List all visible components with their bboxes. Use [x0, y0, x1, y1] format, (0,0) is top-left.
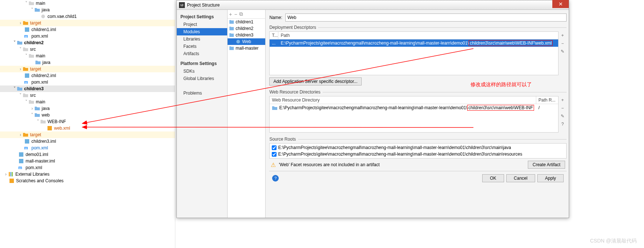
tree-row[interactable]: ˅main: [0, 53, 175, 59]
copy-icon[interactable]: ⧉: [239, 11, 243, 17]
ok-button[interactable]: OK: [482, 174, 504, 182]
maven-icon: m: [24, 80, 30, 85]
th-wrd[interactable]: Web Resource Directory: [270, 96, 536, 104]
tree-row[interactable]: children1.iml: [0, 26, 175, 33]
chevron-right-icon[interactable]: ›: [30, 106, 34, 111]
th-path[interactable]: Path: [278, 32, 558, 39]
sidebar-item-global-libraries[interactable]: Global Libraries: [177, 75, 227, 82]
chevron-right-icon[interactable]: ›: [4, 172, 8, 177]
tree-label: demo01.iml: [26, 152, 48, 157]
chevron-down-icon[interactable]: ˅: [18, 93, 23, 98]
module-item[interactable]: mall-master: [228, 45, 265, 51]
tree-row[interactable]: mpom.xml: [0, 145, 175, 151]
chevron-down-icon[interactable]: ˅: [12, 86, 17, 91]
tree-row[interactable]: ˅web: [0, 112, 175, 118]
tree-row[interactable]: children2.iml: [0, 72, 175, 79]
list-item[interactable]: E:\PycharmProjects\gitee\macrozhengmall\…: [270, 151, 566, 157]
tree-row[interactable]: ˅main: [0, 0, 175, 7]
tree-row[interactable]: ›java: [0, 105, 175, 112]
chevron-down-icon[interactable]: ˅: [24, 99, 28, 104]
edit-icon[interactable]: ✎: [559, 113, 566, 119]
tree-label: pom.xml: [31, 80, 48, 85]
cancel-button[interactable]: Cancel: [506, 174, 535, 182]
chevron-right-icon[interactable]: ›: [18, 132, 23, 137]
checkbox[interactable]: [272, 152, 277, 157]
tree-row[interactable]: ›target: [0, 20, 175, 26]
apply-button[interactable]: Apply: [537, 174, 564, 182]
sidebar-item-project[interactable]: Project: [177, 21, 227, 28]
tree-row[interactable]: children3.iml: [0, 138, 175, 145]
svg-text:m: m: [24, 80, 28, 85]
remove-icon[interactable]: −: [234, 11, 237, 17]
table-row[interactable]: ... E:\PycharmProjects\gitee\macrozhengm…: [270, 39, 558, 47]
th-pathrel[interactable]: Path R...: [536, 96, 558, 104]
dialog-titlebar[interactable]: IJ Project Structure ✕: [177, 0, 569, 10]
tree-row[interactable]: mall-master.iml: [0, 158, 175, 164]
svg-point-15: [236, 40, 240, 43]
tree-label: mall-master.iml: [26, 159, 55, 164]
tree-row[interactable]: mpom.xml: [0, 33, 175, 39]
tree-row[interactable]: com.vae.child1: [0, 13, 175, 20]
sidebar-item-libraries[interactable]: Libraries: [177, 35, 227, 43]
tree-row[interactable]: Scratches and Consoles: [0, 178, 175, 184]
tree-row[interactable]: ˅children2: [0, 39, 175, 46]
th-type[interactable]: T...: [270, 32, 278, 39]
web-resource-table: Web Resource Directory Path R... E:\Pych…: [269, 96, 559, 133]
sidebar-item-problems[interactable]: Problems: [177, 89, 227, 97]
tree-row[interactable]: web.xml: [0, 125, 175, 131]
sidebar-item-facets[interactable]: Facets: [177, 43, 227, 50]
tree-row[interactable]: ˅children3: [0, 85, 175, 92]
sidebar-item-modules[interactable]: Modules: [177, 28, 227, 35]
chevron-down-icon[interactable]: ˅: [18, 47, 23, 52]
sidebar-item-sdks[interactable]: SDKs: [177, 68, 227, 75]
facet-name-input[interactable]: [285, 14, 567, 22]
tree-row[interactable]: ˅src: [0, 46, 175, 53]
help-button[interactable]: ?: [272, 175, 279, 182]
tree-row[interactable]: ›target: [0, 66, 175, 72]
checkbox[interactable]: [272, 145, 277, 150]
tree-row[interactable]: ›target: [0, 131, 175, 138]
module-item-web[interactable]: Web: [228, 38, 265, 45]
tree-row[interactable]: ˅src: [0, 92, 175, 99]
remove-icon[interactable]: −: [559, 40, 566, 47]
chevron-down-icon[interactable]: ˅: [12, 40, 17, 45]
help-icon[interactable]: ?: [559, 121, 566, 127]
chevron-down-icon[interactable]: ˅: [36, 119, 40, 124]
tree-label: web: [42, 112, 50, 118]
tree-row[interactable]: mpom.xml: [0, 79, 175, 85]
chevron-down-icon[interactable]: ˅: [30, 112, 34, 118]
tree-label: web.xml: [54, 126, 70, 131]
remove-icon[interactable]: −: [559, 105, 566, 111]
tree-row[interactable]: java: [0, 59, 175, 66]
tree-row[interactable]: ˅java: [0, 7, 175, 13]
deployment-table: T... Path ... E:\PycharmProjects\gitee\m…: [269, 31, 559, 75]
sidebar-item-artifacts[interactable]: Artifacts: [177, 50, 227, 57]
close-button[interactable]: ✕: [552, 0, 569, 8]
tree-label: main: [36, 99, 45, 104]
folder-icon: [23, 20, 28, 26]
tree-row[interactable]: ˅main: [0, 99, 175, 105]
tree-row[interactable]: mpom.xml: [0, 164, 175, 171]
tree-row[interactable]: ˅WEB-INF: [0, 118, 175, 125]
chevron-down-icon[interactable]: ˅: [24, 1, 28, 6]
edit-icon[interactable]: ✎: [559, 48, 566, 55]
tree-row[interactable]: ›External Libraries: [0, 171, 175, 178]
svg-rect-5: [47, 126, 52, 130]
table-row[interactable]: E:\PycharmProjects\gitee\macrozhengmall\…: [270, 104, 558, 111]
chevron-down-icon[interactable]: ˅: [24, 53, 28, 58]
chevron-right-icon[interactable]: ›: [18, 20, 23, 26]
folder-icon: [28, 53, 34, 58]
add-icon[interactable]: +: [229, 11, 232, 17]
module-item[interactable]: children2: [228, 25, 265, 32]
chevron-right-icon[interactable]: ›: [18, 66, 23, 72]
module-label: children3: [236, 33, 254, 38]
chevron-down-icon[interactable]: ˅: [30, 7, 34, 12]
tree-row[interactable]: demo01.iml: [0, 151, 175, 158]
list-item[interactable]: E:\PycharmProjects\gitee\macrozhengmall\…: [270, 144, 566, 151]
add-icon[interactable]: +: [559, 32, 566, 39]
module-item[interactable]: children1: [228, 19, 265, 25]
create-artifact-button[interactable]: Create Artifact: [528, 161, 565, 169]
module-item[interactable]: children3: [228, 32, 265, 38]
add-server-descriptor-button[interactable]: Add Application Server specific descript…: [269, 77, 361, 85]
add-icon[interactable]: +: [559, 97, 566, 103]
